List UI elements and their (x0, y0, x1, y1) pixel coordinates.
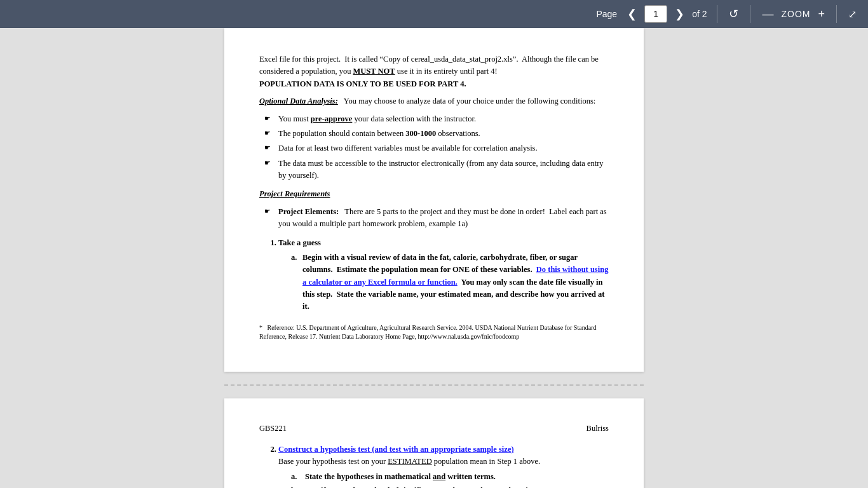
zoom-label: ZOOM (781, 9, 810, 19)
toolbar: Page ❮ ❯ of 2 ↺ — ZOOM + ⤢ (0, 0, 868, 28)
condition-3: Data for at least two different variable… (259, 142, 609, 154)
steps-list: Take a guess a. Begin with a visual revi… (278, 237, 609, 313)
without-text: Do this without using a calculator or an… (302, 265, 608, 286)
estimated-text: ESTIMATED (388, 457, 431, 466)
step-2-intro: Base your hypothesis test on your ESTIMA… (278, 457, 540, 466)
condition-2: The population should contain between 30… (259, 128, 609, 140)
step-1-sublist: a. Begin with a visual review of data in… (278, 252, 609, 313)
separator-3 (836, 5, 837, 23)
and-text-a: and (433, 472, 445, 481)
separator-2 (750, 5, 750, 23)
step-2b: b. Specify your chosen level of signific… (291, 485, 609, 488)
step-1: Take a guess a. Begin with a visual revi… (278, 237, 609, 313)
condition-1: You must pre-approve your data selection… (259, 113, 609, 125)
next-page-button[interactable]: ❯ (671, 7, 688, 21)
step-1a: a. Begin with a visual review of data in… (291, 252, 609, 313)
project-elements-label: Project Elements: (278, 207, 339, 216)
page-1: Excel file for this project. It is calle… (224, 28, 644, 372)
reset-zoom-button[interactable]: ↺ (725, 7, 742, 21)
page2-steps-list: Construct a hypothesis test (and test wi… (278, 444, 609, 488)
separator-1 (717, 5, 717, 23)
page2-header: GBS221 Bulriss (259, 424, 609, 433)
page1-para1: Excel file for this project. It is calle… (259, 53, 609, 90)
step-2: Construct a hypothesis test (and test wi… (278, 444, 609, 488)
page-divider (224, 384, 644, 386)
expand-button[interactable]: ⤢ (844, 7, 860, 22)
zoom-out-button[interactable]: — (758, 7, 777, 21)
prev-page-button[interactable]: ❮ (623, 7, 641, 21)
page-number-input[interactable] (644, 5, 667, 23)
page-label: Page (596, 9, 617, 19)
obs-range: 300-1000 (405, 129, 436, 138)
project-requirements-title: Project Requirements (259, 188, 609, 200)
content-area[interactable]: Excel file for this project. It is calle… (0, 28, 868, 488)
zoom-in-button[interactable]: + (814, 7, 829, 21)
pre-approve-text: pre-approve (311, 114, 353, 123)
population-data-text: POPULATION DATA IS ONLY TO BE USED FOR P… (259, 79, 466, 88)
condition-4: The data must be accessible to the instr… (259, 158, 609, 182)
course-label: GBS221 (259, 424, 287, 433)
footnote: * Reference: U.S. Department of Agricult… (259, 323, 609, 341)
project-elements-list: Project Elements: There are 5 parts to t… (259, 206, 609, 231)
must-not-text: MUST NOT (353, 67, 395, 76)
step-2-sublist: a. State the hypotheses in mathematical … (278, 471, 609, 489)
step-2a: a. State the hypotheses in mathematical … (291, 471, 609, 483)
step-2-label: Construct a hypothesis test (and test wi… (278, 445, 514, 454)
optional-analysis-title: Optional Data Analysis: (259, 97, 338, 105)
project-elements-item: Project Elements: There are 5 parts to t… (259, 206, 609, 231)
page-2: GBS221 Bulriss Construct a hypothesis te… (224, 398, 644, 488)
optional-analysis-para: Optional Data Analysis: You may choose t… (259, 95, 609, 107)
author-label: Bulriss (587, 424, 609, 433)
page-of-label: of 2 (692, 9, 707, 19)
conditions-list: You must pre-approve your data selection… (259, 113, 609, 182)
